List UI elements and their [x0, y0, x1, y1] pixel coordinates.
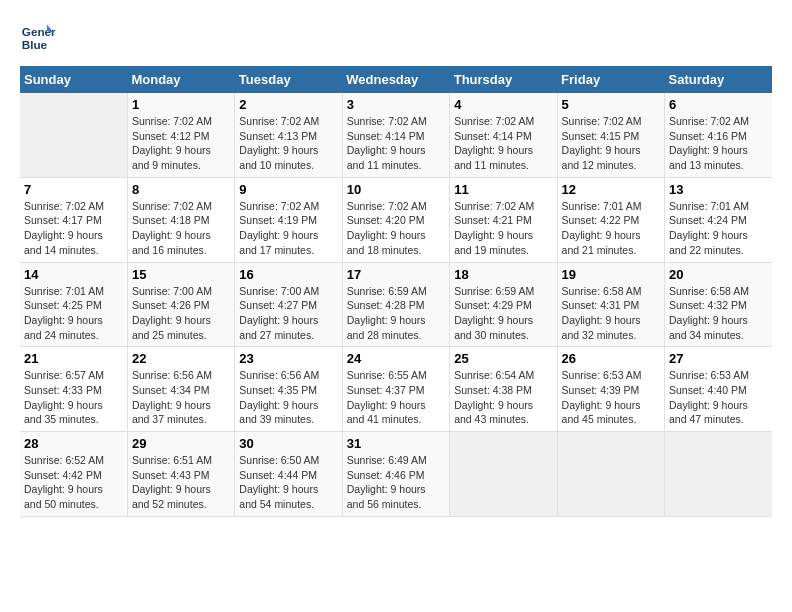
- calendar-cell: 28 Sunrise: 6:52 AM Sunset: 4:42 PM Dayl…: [20, 432, 127, 517]
- day-info: Sunrise: 6:54 AM Sunset: 4:38 PM Dayligh…: [454, 368, 552, 427]
- calendar-week-row: 21 Sunrise: 6:57 AM Sunset: 4:33 PM Dayl…: [20, 347, 772, 432]
- day-info: Sunrise: 6:49 AM Sunset: 4:46 PM Dayligh…: [347, 453, 445, 512]
- calendar-week-row: 14 Sunrise: 7:01 AM Sunset: 4:25 PM Dayl…: [20, 262, 772, 347]
- calendar-cell: 8 Sunrise: 7:02 AM Sunset: 4:18 PM Dayli…: [127, 177, 234, 262]
- day-info: Sunrise: 7:02 AM Sunset: 4:17 PM Dayligh…: [24, 199, 123, 258]
- calendar-cell: 9 Sunrise: 7:02 AM Sunset: 4:19 PM Dayli…: [235, 177, 342, 262]
- day-info: Sunrise: 6:58 AM Sunset: 4:32 PM Dayligh…: [669, 284, 768, 343]
- day-info: Sunrise: 7:02 AM Sunset: 4:15 PM Dayligh…: [562, 114, 660, 173]
- day-info: Sunrise: 7:01 AM Sunset: 4:24 PM Dayligh…: [669, 199, 768, 258]
- day-number: 26: [562, 351, 660, 366]
- calendar-cell: 4 Sunrise: 7:02 AM Sunset: 4:14 PM Dayli…: [450, 93, 557, 177]
- day-number: 18: [454, 267, 552, 282]
- calendar-cell: 24 Sunrise: 6:55 AM Sunset: 4:37 PM Dayl…: [342, 347, 449, 432]
- calendar-cell: 29 Sunrise: 6:51 AM Sunset: 4:43 PM Dayl…: [127, 432, 234, 517]
- day-number: 11: [454, 182, 552, 197]
- day-info: Sunrise: 7:01 AM Sunset: 4:22 PM Dayligh…: [562, 199, 660, 258]
- day-number: 16: [239, 267, 337, 282]
- calendar-cell: 31 Sunrise: 6:49 AM Sunset: 4:46 PM Dayl…: [342, 432, 449, 517]
- day-number: 17: [347, 267, 445, 282]
- day-number: 8: [132, 182, 230, 197]
- day-number: 24: [347, 351, 445, 366]
- weekday-header: Friday: [557, 66, 664, 93]
- calendar-cell: 27 Sunrise: 6:53 AM Sunset: 4:40 PM Dayl…: [665, 347, 772, 432]
- calendar-cell: 20 Sunrise: 6:58 AM Sunset: 4:32 PM Dayl…: [665, 262, 772, 347]
- day-info: Sunrise: 6:56 AM Sunset: 4:34 PM Dayligh…: [132, 368, 230, 427]
- calendar-cell: 13 Sunrise: 7:01 AM Sunset: 4:24 PM Dayl…: [665, 177, 772, 262]
- calendar-cell: [665, 432, 772, 517]
- calendar-cell: 23 Sunrise: 6:56 AM Sunset: 4:35 PM Dayl…: [235, 347, 342, 432]
- logo: General Blue: [20, 20, 60, 56]
- day-info: Sunrise: 7:00 AM Sunset: 4:26 PM Dayligh…: [132, 284, 230, 343]
- day-number: 31: [347, 436, 445, 451]
- day-number: 28: [24, 436, 123, 451]
- calendar-table: SundayMondayTuesdayWednesdayThursdayFrid…: [20, 66, 772, 517]
- day-info: Sunrise: 7:02 AM Sunset: 4:12 PM Dayligh…: [132, 114, 230, 173]
- weekday-header: Wednesday: [342, 66, 449, 93]
- day-info: Sunrise: 7:02 AM Sunset: 4:13 PM Dayligh…: [239, 114, 337, 173]
- weekday-header: Thursday: [450, 66, 557, 93]
- calendar-cell: 3 Sunrise: 7:02 AM Sunset: 4:14 PM Dayli…: [342, 93, 449, 177]
- day-info: Sunrise: 6:52 AM Sunset: 4:42 PM Dayligh…: [24, 453, 123, 512]
- calendar-cell: 18 Sunrise: 6:59 AM Sunset: 4:29 PM Dayl…: [450, 262, 557, 347]
- day-number: 14: [24, 267, 123, 282]
- calendar-cell: 2 Sunrise: 7:02 AM Sunset: 4:13 PM Dayli…: [235, 93, 342, 177]
- day-number: 20: [669, 267, 768, 282]
- calendar-cell: [20, 93, 127, 177]
- calendar-cell: 14 Sunrise: 7:01 AM Sunset: 4:25 PM Dayl…: [20, 262, 127, 347]
- calendar-cell: 11 Sunrise: 7:02 AM Sunset: 4:21 PM Dayl…: [450, 177, 557, 262]
- day-info: Sunrise: 6:59 AM Sunset: 4:29 PM Dayligh…: [454, 284, 552, 343]
- svg-text:Blue: Blue: [22, 38, 48, 51]
- weekday-header-row: SundayMondayTuesdayWednesdayThursdayFrid…: [20, 66, 772, 93]
- day-number: 2: [239, 97, 337, 112]
- day-number: 1: [132, 97, 230, 112]
- weekday-header: Monday: [127, 66, 234, 93]
- day-info: Sunrise: 7:02 AM Sunset: 4:14 PM Dayligh…: [454, 114, 552, 173]
- weekday-header: Saturday: [665, 66, 772, 93]
- calendar-cell: 30 Sunrise: 6:50 AM Sunset: 4:44 PM Dayl…: [235, 432, 342, 517]
- day-number: 6: [669, 97, 768, 112]
- day-number: 5: [562, 97, 660, 112]
- day-info: Sunrise: 7:00 AM Sunset: 4:27 PM Dayligh…: [239, 284, 337, 343]
- day-info: Sunrise: 6:53 AM Sunset: 4:39 PM Dayligh…: [562, 368, 660, 427]
- day-info: Sunrise: 7:01 AM Sunset: 4:25 PM Dayligh…: [24, 284, 123, 343]
- day-info: Sunrise: 7:02 AM Sunset: 4:20 PM Dayligh…: [347, 199, 445, 258]
- calendar-cell: 5 Sunrise: 7:02 AM Sunset: 4:15 PM Dayli…: [557, 93, 664, 177]
- calendar-cell: [450, 432, 557, 517]
- day-number: 10: [347, 182, 445, 197]
- day-number: 3: [347, 97, 445, 112]
- day-number: 15: [132, 267, 230, 282]
- day-number: 22: [132, 351, 230, 366]
- day-number: 9: [239, 182, 337, 197]
- day-number: 30: [239, 436, 337, 451]
- day-number: 12: [562, 182, 660, 197]
- calendar-cell: [557, 432, 664, 517]
- day-number: 25: [454, 351, 552, 366]
- day-info: Sunrise: 6:57 AM Sunset: 4:33 PM Dayligh…: [24, 368, 123, 427]
- day-number: 4: [454, 97, 552, 112]
- day-number: 29: [132, 436, 230, 451]
- calendar-cell: 16 Sunrise: 7:00 AM Sunset: 4:27 PM Dayl…: [235, 262, 342, 347]
- calendar-cell: 10 Sunrise: 7:02 AM Sunset: 4:20 PM Dayl…: [342, 177, 449, 262]
- weekday-header: Tuesday: [235, 66, 342, 93]
- day-info: Sunrise: 6:51 AM Sunset: 4:43 PM Dayligh…: [132, 453, 230, 512]
- calendar-cell: 21 Sunrise: 6:57 AM Sunset: 4:33 PM Dayl…: [20, 347, 127, 432]
- day-info: Sunrise: 6:56 AM Sunset: 4:35 PM Dayligh…: [239, 368, 337, 427]
- day-info: Sunrise: 7:02 AM Sunset: 4:19 PM Dayligh…: [239, 199, 337, 258]
- calendar-cell: 7 Sunrise: 7:02 AM Sunset: 4:17 PM Dayli…: [20, 177, 127, 262]
- day-info: Sunrise: 6:55 AM Sunset: 4:37 PM Dayligh…: [347, 368, 445, 427]
- page-header: General Blue: [20, 20, 772, 56]
- day-info: Sunrise: 6:58 AM Sunset: 4:31 PM Dayligh…: [562, 284, 660, 343]
- calendar-week-row: 1 Sunrise: 7:02 AM Sunset: 4:12 PM Dayli…: [20, 93, 772, 177]
- calendar-cell: 15 Sunrise: 7:00 AM Sunset: 4:26 PM Dayl…: [127, 262, 234, 347]
- calendar-week-row: 7 Sunrise: 7:02 AM Sunset: 4:17 PM Dayli…: [20, 177, 772, 262]
- calendar-cell: 19 Sunrise: 6:58 AM Sunset: 4:31 PM Dayl…: [557, 262, 664, 347]
- calendar-week-row: 28 Sunrise: 6:52 AM Sunset: 4:42 PM Dayl…: [20, 432, 772, 517]
- day-number: 27: [669, 351, 768, 366]
- day-number: 7: [24, 182, 123, 197]
- day-info: Sunrise: 6:50 AM Sunset: 4:44 PM Dayligh…: [239, 453, 337, 512]
- day-number: 23: [239, 351, 337, 366]
- calendar-cell: 6 Sunrise: 7:02 AM Sunset: 4:16 PM Dayli…: [665, 93, 772, 177]
- day-info: Sunrise: 7:02 AM Sunset: 4:18 PM Dayligh…: [132, 199, 230, 258]
- day-info: Sunrise: 7:02 AM Sunset: 4:21 PM Dayligh…: [454, 199, 552, 258]
